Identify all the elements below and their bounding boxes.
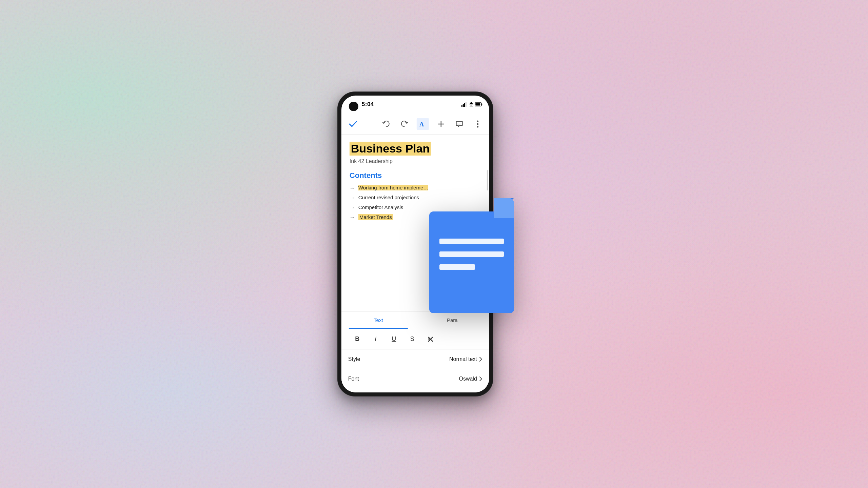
svg-marker-4 [469, 102, 473, 104]
battery-icon [475, 102, 482, 106]
document-section-title: Contents [350, 171, 481, 180]
gdocs-line [439, 264, 475, 270]
toolbar: A [341, 113, 489, 135]
document-title: Business Plan [350, 142, 431, 156]
style-value-text: Normal text [449, 356, 477, 362]
svg-marker-5 [469, 104, 473, 107]
gdocs-line [439, 239, 504, 244]
clear-format-button[interactable]: A [421, 332, 440, 347]
format-text-button[interactable]: A [417, 118, 429, 130]
svg-point-15 [477, 123, 478, 125]
svg-rect-3 [466, 102, 467, 107]
check-button[interactable] [347, 118, 359, 130]
gdocs-lines [439, 239, 504, 270]
bold-button[interactable]: B [348, 332, 367, 347]
redo-button[interactable] [398, 118, 411, 130]
list-item-text: Current revised projections [358, 195, 419, 200]
document-subtitle: Ink 42 Leadership [350, 158, 481, 164]
format-row: B I U S A [341, 329, 489, 349]
font-chevron-icon [479, 376, 482, 382]
status-bar: 5:04 [341, 96, 489, 113]
bottom-panel: Text Para B I U [341, 311, 489, 392]
arrow-icon: → [350, 185, 355, 191]
comment-button[interactable] [453, 118, 466, 130]
list-item-text: Market Trends [358, 214, 393, 220]
svg-text:A: A [419, 121, 424, 127]
font-label: Font [348, 376, 359, 382]
font-value-text: Oswald [459, 376, 477, 382]
toolbar-left [347, 118, 359, 130]
svg-rect-2 [464, 103, 465, 107]
list-item-text: Working from home impleme… [358, 185, 428, 190]
underline-button[interactable]: U [385, 332, 403, 347]
style-row: Style Normal text [341, 349, 489, 369]
tab-text[interactable]: Text [341, 311, 415, 329]
font-value-button[interactable]: Oswald [459, 376, 482, 382]
data-icon [469, 102, 473, 107]
svg-point-14 [477, 120, 478, 122]
undo-button[interactable] [380, 118, 392, 130]
arrow-icon: → [350, 215, 355, 221]
list-item-text: Competitor Analysis [358, 204, 403, 210]
style-label: Style [348, 356, 360, 362]
more-button[interactable] [472, 118, 484, 130]
style-chevron-icon [479, 357, 482, 362]
arrow-icon: → [350, 205, 355, 211]
toolbar-right: A [380, 118, 484, 130]
font-row: Font Oswald [341, 369, 489, 389]
tab-para[interactable]: Para [415, 311, 489, 329]
corner-fold [494, 198, 514, 218]
list-item: → Working from home impleme… [350, 185, 481, 191]
svg-text:A: A [428, 337, 430, 341]
signal-icon [461, 102, 468, 107]
arrow-icon: → [350, 195, 355, 201]
gdocs-icon [429, 198, 524, 313]
style-value-button[interactable]: Normal text [449, 356, 482, 362]
status-icons [461, 102, 482, 107]
gdocs-line [439, 251, 504, 257]
add-button[interactable] [435, 118, 447, 130]
scroll-indicator [487, 170, 488, 190]
gdocs-icon-wrapper [429, 198, 524, 313]
svg-rect-1 [463, 104, 464, 107]
gdocs-body [429, 211, 514, 313]
svg-rect-8 [481, 104, 482, 105]
svg-rect-0 [461, 105, 462, 107]
tab-row: Text Para [341, 311, 489, 329]
italic-button[interactable]: I [367, 332, 385, 347]
svg-point-16 [477, 126, 478, 127]
svg-rect-7 [475, 103, 480, 106]
status-time: 5:04 [362, 101, 374, 108]
strikethrough-button[interactable]: S [403, 332, 421, 347]
